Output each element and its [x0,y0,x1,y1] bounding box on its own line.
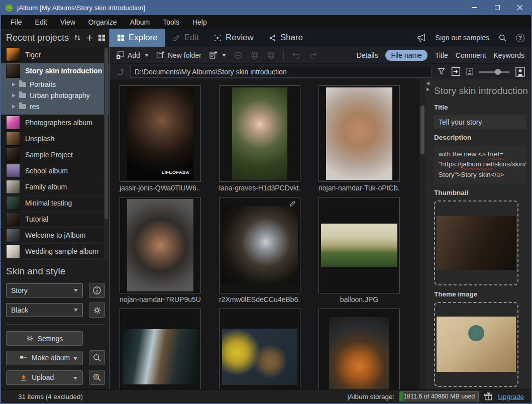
photo-card[interactable] [219,309,300,389]
exclude-icon[interactable] [234,51,243,60]
menu-file[interactable]: File [4,15,29,29]
preview-album-button[interactable] [89,350,105,365]
menu-organize[interactable]: Organize [82,15,124,29]
maximize-button[interactable] [486,0,508,15]
project-row[interactable]: Sample Project [1,147,109,163]
menu-tools[interactable]: Tools [156,15,186,29]
grid-scrollbar-thumb[interactable] [420,106,424,154]
view-mode-title[interactable]: Title [435,51,448,59]
project-item-tiger[interactable]: Tiger [1,47,109,63]
project-item-sample-project[interactable]: Sample Project [1,147,109,163]
gift-icon[interactable] [484,392,493,401]
menu-edit[interactable]: Edit [29,15,54,29]
project-item-tutorial[interactable]: Tutorial [1,212,109,228]
search-icon[interactable] [498,34,507,42]
new-page-button[interactable] [209,51,226,59]
skin-select[interactable]: Story [6,283,83,297]
chevron-down-icon[interactable] [73,357,77,360]
project-row[interactable]: Minimal testing [1,195,109,211]
skin-settings-gear-button[interactable] [89,302,105,318]
upgrade-link[interactable]: Upgrade [498,393,524,400]
add-project-icon[interactable] [86,34,93,42]
photo-card[interactable] [120,309,201,389]
project-row[interactable]: Unsplash [1,131,109,147]
filter-funnel-icon[interactable] [437,67,446,76]
sort-projects-icon[interactable] [73,34,81,42]
project-row[interactable]: Tutorial [1,212,109,227]
photo-card[interactable] [219,85,300,182]
collapse-left-icon[interactable] [427,81,430,85]
undo-icon[interactable] [291,51,301,59]
project-row[interactable]: Tiger [1,47,109,63]
project-item-wedding-sample-album[interactable]: Wedding sample album [1,244,109,260]
path-input[interactable] [130,66,432,78]
project-item-photographers-album[interactable]: Photographers album [1,115,109,131]
grid-scrollbar[interactable] [419,79,425,389]
project-row[interactable]: Photographers album [1,115,109,131]
project-row[interactable]: Welcome to jAlbum [1,228,109,243]
tab-edit[interactable]: Edit [165,29,206,47]
thumbnail-size-slider[interactable] [479,68,510,75]
project-item-story-skin-introduction[interactable]: Story skin introductionPortraitsUrban ph… [1,63,109,115]
project-item-family-album[interactable]: Family album [1,179,109,195]
project-row[interactable]: Story skin introduction [1,63,109,79]
project-subfolder-urban-photography[interactable]: Urban photography [1,90,109,101]
tab-explore[interactable]: Explore [110,29,165,47]
theme-image-dropzone[interactable] [434,302,518,387]
sidebar-scrollbar-thumb[interactable] [104,48,108,219]
view-mode-details[interactable]: Details [357,51,378,59]
tab-review[interactable]: Review [206,29,261,47]
megaphone-icon[interactable] [417,34,427,42]
project-row[interactable]: Wedding sample album [1,244,109,259]
add-button[interactable]: Add [116,51,149,59]
collapse-right-icon[interactable] [427,87,430,91]
view-mode-comment[interactable]: Comment [456,51,486,59]
new-folder-button[interactable]: New folder [156,51,201,59]
make-album-button[interactable]: Make album [6,351,83,365]
tab-share[interactable]: Share [261,29,310,47]
chevron-down-icon[interactable] [73,377,77,380]
expand-arrow-icon[interactable] [12,93,16,97]
photo-card[interactable] [219,197,300,293]
album-description-input[interactable]: with the new <a href="https://jalbum.net… [434,145,526,184]
thumbnail-dropzone[interactable] [434,200,518,285]
close-button[interactable] [508,0,531,15]
project-view-toggle-icon[interactable] [98,34,105,42]
sign-out-link[interactable]: Sign out samples [436,34,489,42]
enter-folder-icon[interactable] [451,67,461,76]
photo-card[interactable] [120,197,201,293]
project-item-school-album[interactable]: School album [1,163,109,179]
project-item-welcome-to-jalbum[interactable]: Welcome to jAlbum [1,228,109,244]
view-mode-keywords[interactable]: Keywords [494,51,524,59]
menu-view[interactable]: View [54,15,82,29]
redo-icon[interactable] [308,51,318,59]
photo-card[interactable] [318,309,400,389]
upload-button[interactable]: Upload [6,370,83,385]
style-select[interactable]: Black [6,303,83,317]
menu-album[interactable]: Album [124,15,157,29]
project-subfolder-portraits[interactable]: Portraits [1,79,109,90]
rotate-left-icon[interactable] [250,51,259,60]
project-item-minimal-testing[interactable]: Minimal testing [1,195,109,212]
view-mode-file-name[interactable]: File name [385,50,427,61]
expand-arrow-icon[interactable] [12,82,16,86]
project-subfolder-res[interactable]: res [1,101,109,112]
expand-arrow-icon[interactable] [12,105,16,109]
settings-button[interactable]: Settings [6,331,83,346]
project-row[interactable]: Family album [1,179,109,195]
project-row[interactable]: School album [1,163,109,179]
slider-knob[interactable] [495,69,501,75]
help-icon[interactable]: ? [516,34,524,42]
photo-card[interactable] [318,197,400,293]
minimize-button[interactable] [463,0,486,15]
project-item-unsplash[interactable]: Unsplash [1,131,109,147]
preview-upload-button[interactable] [89,370,105,385]
album-title-input[interactable] [434,115,526,129]
panel-collapse-handles[interactable] [427,81,430,91]
sidebar-scrollbar[interactable] [104,47,109,261]
menu-help[interactable]: Help [186,15,214,29]
photo-card[interactable] [318,85,400,182]
rotate-right-icon[interactable] [267,51,276,60]
skin-info-button[interactable] [89,283,105,298]
up-directory-icon[interactable] [116,67,125,76]
